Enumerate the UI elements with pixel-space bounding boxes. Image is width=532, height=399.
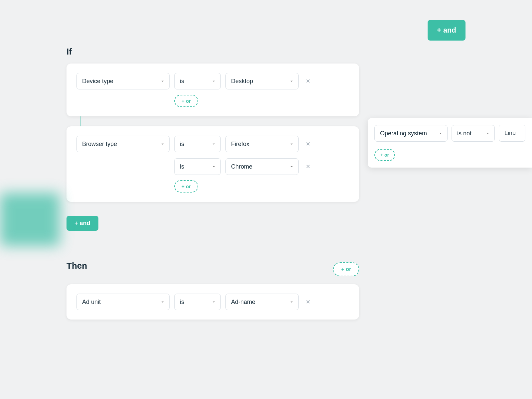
- device-type-value-select[interactable]: Desktop Mobile Tablet: [225, 73, 299, 89]
- browser-type-value2-select[interactable]: Chrome Firefox Safari: [225, 158, 299, 175]
- ad-unit-row: Ad unit Device type Browser type is is n…: [76, 294, 349, 310]
- browser-type-row-1: Browser type Device type Operating syste…: [76, 136, 349, 152]
- browser-type-remove1-button[interactable]: ×: [303, 139, 313, 149]
- then-label: Then: [66, 261, 87, 271]
- left-blur-decoration: [0, 193, 60, 246]
- overlay-field-select[interactable]: Operating system: [374, 125, 448, 142]
- device-type-card: Device type Browser type Operating syste…: [66, 64, 359, 116]
- then-or-button[interactable]: + or: [333, 262, 359, 276]
- main-content: If Device type Browser type Operating sy…: [66, 47, 359, 320]
- device-type-remove-button[interactable]: ×: [303, 76, 313, 86]
- device-type-row: Device type Browser type Operating syste…: [76, 73, 349, 89]
- browser-type-card: Browser type Device type Operating syste…: [66, 126, 359, 202]
- overlay-value-partial: Linu: [499, 125, 525, 142]
- page-wrapper: + and Operating system is not Linu + or …: [0, 0, 532, 399]
- top-and-button[interactable]: + and: [428, 20, 466, 41]
- browser-type-value1-select[interactable]: Firefox Chrome Safari: [225, 136, 299, 152]
- if-and-button[interactable]: + and: [66, 216, 98, 231]
- overlay-or-button[interactable]: + or: [374, 149, 395, 161]
- ad-unit-card: Ad unit Device type Browser type is is n…: [66, 284, 359, 320]
- device-type-field-select[interactable]: Device type Browser type Operating syste…: [76, 73, 170, 89]
- ad-unit-value-select[interactable]: Ad-name: [225, 294, 299, 310]
- ad-unit-field-select[interactable]: Ad unit Device type Browser type: [76, 294, 170, 310]
- browser-type-field-select[interactable]: Browser type Device type Operating syste…: [76, 136, 170, 152]
- browser-type-row-2: is is not Chrome Firefox Safari ×: [76, 158, 349, 175]
- ad-unit-remove-button[interactable]: ×: [303, 297, 313, 307]
- device-type-or-button[interactable]: + or: [174, 95, 198, 107]
- overlay-operator-select[interactable]: is not: [452, 125, 495, 142]
- browser-type-operator1-select[interactable]: is is not: [174, 136, 221, 152]
- connector-line-1: [80, 116, 80, 126]
- browser-type-or-button[interactable]: + or: [174, 180, 198, 193]
- browser-type-remove2-button[interactable]: ×: [303, 162, 313, 172]
- if-label: If: [66, 47, 359, 57]
- overlay-row: Operating system is not Linu: [374, 125, 525, 142]
- browser-type-operator2-select[interactable]: is is not: [174, 158, 221, 175]
- ad-unit-operator-select[interactable]: is is not: [174, 294, 221, 310]
- right-partial-panel: Operating system is not Linu + or: [368, 118, 532, 168]
- spacer-1: [66, 116, 359, 126]
- device-type-operator-select[interactable]: is is not: [174, 73, 221, 89]
- then-section: Then + or Ad unit Device type Browser ty…: [66, 261, 359, 320]
- then-header: Then + or: [66, 261, 359, 278]
